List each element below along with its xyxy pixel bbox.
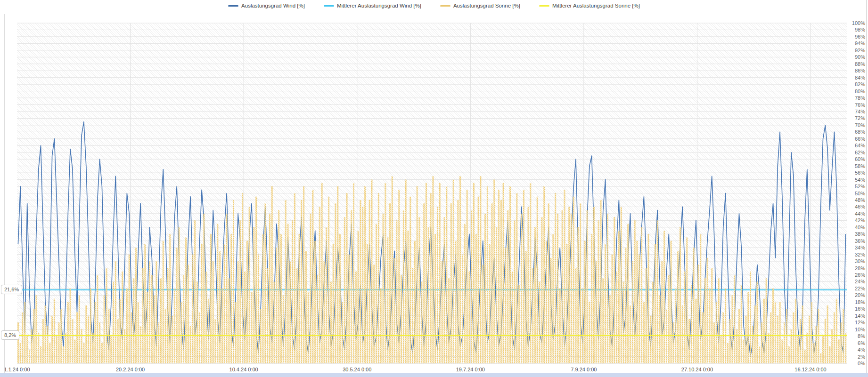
x-axis-label: 20.2.24 0:00 xyxy=(116,367,145,372)
y-axis-label: 60% xyxy=(843,156,865,162)
plot-area[interactable] xyxy=(0,0,868,377)
y-axis-label: 6% xyxy=(843,340,865,346)
x-axis-label: 16.12.24 0:00 xyxy=(794,367,826,372)
y-axis-label: 80% xyxy=(843,88,865,94)
y-axis-label: 30% xyxy=(843,258,865,264)
y-axis-label: 36% xyxy=(843,238,865,244)
y-axis-label: 72% xyxy=(843,115,865,121)
x-axis-label: 10.4.24 0:00 xyxy=(229,367,258,372)
y-axis-label: 82% xyxy=(843,81,865,87)
y-axis-label: 54% xyxy=(843,177,865,183)
y-axis-label: 28% xyxy=(843,265,865,271)
y-axis-label: 86% xyxy=(843,68,865,73)
horizontal-scrollbar[interactable] xyxy=(0,373,868,377)
y-axis-label: 32% xyxy=(843,252,865,257)
y-axis-label: 42% xyxy=(843,217,865,223)
y-axis-label: 12% xyxy=(843,320,865,325)
y-axis-label: 66% xyxy=(843,136,865,142)
y-axis-label: 58% xyxy=(843,163,865,169)
y-axis-label: 40% xyxy=(843,225,865,230)
y-axis-label: 56% xyxy=(843,170,865,176)
y-axis-label: 24% xyxy=(843,279,865,284)
y-axis-label: 84% xyxy=(843,75,865,80)
y-axis-label: 10% xyxy=(843,327,865,332)
y-axis-label: 16% xyxy=(843,306,865,312)
y-axis-label: 70% xyxy=(843,122,865,128)
y-axis-label: 92% xyxy=(843,48,865,53)
y-axis-label: 46% xyxy=(843,204,865,209)
y-axis-label: 48% xyxy=(843,197,865,203)
y-axis-label: 18% xyxy=(843,299,865,305)
y-axis-label: 74% xyxy=(843,109,865,114)
window-left-border xyxy=(4,14,5,373)
y-axis-label: 100% xyxy=(843,20,865,26)
y-axis-label: 76% xyxy=(843,102,865,108)
x-axis-label: 19.7.24 0:00 xyxy=(456,367,485,372)
y-axis-label: 26% xyxy=(843,272,865,278)
y-axis-label: 96% xyxy=(843,34,865,40)
y-axis-label: 68% xyxy=(843,129,865,135)
y-axis-label: 20% xyxy=(843,292,865,298)
y-axis-label: 4% xyxy=(843,347,865,353)
y-axis-label: 98% xyxy=(843,27,865,32)
y-axis-label: 88% xyxy=(843,61,865,67)
y-axis-label: 50% xyxy=(843,191,865,196)
y-axis-label: 90% xyxy=(843,54,865,60)
y-axis-label: 22% xyxy=(843,286,865,291)
x-axis-label: 30.5.24 0:00 xyxy=(343,367,371,372)
y-axis-label: 14% xyxy=(843,313,865,319)
y-axis-label: 34% xyxy=(843,245,865,250)
window-right-border xyxy=(866,0,867,377)
y-axis-label: 8% xyxy=(843,333,865,339)
y-axis-label: 78% xyxy=(843,95,865,101)
utilization-chart: Auslastungsgrad Wind [%] Mittlerer Ausla… xyxy=(0,0,868,377)
y-axis-label: 94% xyxy=(843,40,865,46)
x-axis-label: 7.9.24 0:00 xyxy=(571,367,597,372)
y-axis-label: 0% xyxy=(843,361,865,366)
y-axis-label: 44% xyxy=(843,211,865,217)
y-axis-label: 2% xyxy=(843,354,865,360)
wind-mean-value-badge: 21,6% xyxy=(1,285,22,294)
y-axis-label: 64% xyxy=(843,143,865,148)
x-axis-label: 1.1.24 0:00 xyxy=(4,367,30,372)
solar-mean-value-badge: 8,2% xyxy=(1,330,19,340)
x-axis-label: 27.10.24 0:00 xyxy=(681,367,713,372)
y-axis-label: 38% xyxy=(843,231,865,237)
y-axis-label: 62% xyxy=(843,150,865,155)
y-axis-label: 52% xyxy=(843,184,865,189)
